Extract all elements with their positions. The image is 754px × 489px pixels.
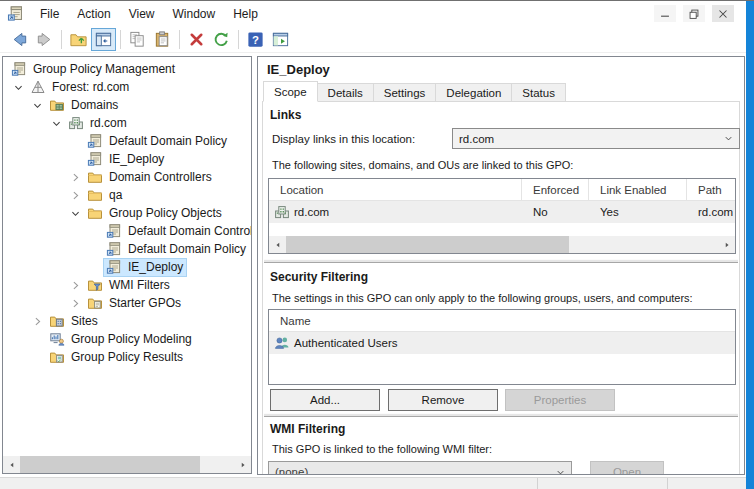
gpo-icon	[106, 223, 122, 239]
tree-horizontal-scrollbar[interactable]	[3, 456, 251, 473]
tree-item-default-domain-policy[interactable]: Default Domain Policy	[3, 240, 251, 258]
menu-file[interactable]: File	[31, 4, 68, 24]
tab-details[interactable]: Details	[318, 83, 374, 102]
wmi-filter-dropdown[interactable]: (none)	[268, 461, 572, 475]
chevron-right-icon[interactable]	[66, 295, 85, 311]
wmi-filtering-heading: WMI Filtering	[270, 422, 345, 436]
delete-button[interactable]	[184, 28, 209, 51]
tree-item-label: Default Domain Policy	[127, 241, 247, 257]
chevron-down-icon[interactable]	[47, 115, 66, 131]
paste-button[interactable]	[150, 28, 175, 51]
chevron-right-icon[interactable]	[66, 277, 85, 293]
show-console-tree-button[interactable]	[91, 28, 116, 51]
tree-item-qa[interactable]: qa	[3, 186, 251, 204]
tree-item-rd-com[interactable]: rd.com	[3, 114, 251, 132]
tree-item-wmi-filters[interactable]: WMI Filters	[3, 276, 251, 294]
tree-item-group-policy-modeling[interactable]: Group Policy Modeling	[3, 330, 251, 348]
column-header-path[interactable]: Path	[687, 179, 735, 200]
links-horizontal-scrollbar[interactable]	[269, 236, 735, 253]
tree-item-ie-deploy[interactable]: IE_Deploy	[3, 258, 251, 276]
security-filtering-table: Name Authenticated Users	[268, 309, 736, 385]
tree-item-domain-controllers[interactable]: Domain Controllers	[3, 168, 251, 186]
scrollbar-thumb[interactable]	[286, 236, 569, 253]
restore-button[interactable]	[683, 5, 705, 22]
tree-item-group-policy-objects[interactable]: Group Policy Objects	[3, 204, 251, 222]
gpmc-scroll-icon	[7, 5, 24, 22]
tab-status[interactable]: Status	[512, 83, 566, 102]
domain-icon	[274, 204, 290, 220]
toolbar-separator	[120, 30, 121, 49]
chevron-right-icon[interactable]	[66, 187, 85, 203]
tree-item-starter-gpos[interactable]: Starter GPOs	[3, 294, 251, 312]
window-controls	[654, 5, 734, 22]
status-bar-divider	[667, 478, 668, 489]
new-window-button[interactable]	[268, 28, 293, 51]
minimize-icon	[658, 7, 672, 21]
properties-button[interactable]: Properties	[505, 389, 615, 411]
minimize-button[interactable]	[654, 5, 676, 22]
chevron-right-icon[interactable]	[66, 169, 85, 185]
security-filtering-heading: Security Filtering	[270, 270, 368, 284]
add-button[interactable]: Add...	[270, 389, 380, 411]
chevron-down-icon[interactable]	[66, 205, 85, 221]
forward-button[interactable]	[32, 28, 57, 51]
tab-settings[interactable]: Settings	[374, 83, 437, 102]
restore-icon	[687, 7, 701, 21]
results-icon	[49, 349, 65, 365]
menu-action[interactable]: Action	[68, 4, 119, 24]
chevron-down-icon[interactable]	[9, 79, 28, 95]
console-tree: Group Policy Management Forest: rd.com D…	[3, 57, 251, 366]
column-header-location[interactable]: Location	[269, 179, 522, 200]
open-button[interactable]: Open	[590, 461, 664, 475]
chevron-right-icon[interactable]	[28, 313, 47, 329]
location-dropdown[interactable]: rd.com	[452, 128, 740, 149]
gpo-title: IE_Deploy	[267, 62, 330, 77]
folder-icon	[87, 205, 103, 221]
cell-link-enabled: Yes	[589, 201, 687, 223]
menu-window[interactable]: Window	[164, 4, 225, 24]
tree-item-sites[interactable]: Sites	[3, 312, 251, 330]
sites-folder-icon	[49, 313, 65, 329]
column-header-enforced[interactable]: Enforced	[522, 179, 589, 200]
tree-item-default-domain-controllers-policy[interactable]: Default Domain Controll	[3, 222, 251, 240]
security-table-row[interactable]: Authenticated Users	[269, 332, 735, 354]
window-top-border	[0, 0, 754, 1]
scroll-right-arrow-icon[interactable]	[234, 456, 251, 473]
column-header-link-enabled[interactable]: Link Enabled	[589, 179, 687, 200]
tree-item-label: Group Policy Management	[32, 61, 176, 77]
scroll-left-arrow-icon[interactable]	[269, 236, 286, 253]
back-button[interactable]	[7, 28, 32, 51]
links-table-row[interactable]: rd.com No Yes rd.com	[269, 201, 735, 223]
up-one-level-button[interactable]	[66, 28, 91, 51]
refresh-button[interactable]	[209, 28, 234, 51]
scroll-left-arrow-icon[interactable]	[3, 456, 20, 473]
twisty-spacer	[66, 133, 85, 149]
scroll-right-arrow-icon[interactable]	[718, 236, 735, 253]
menu-view[interactable]: View	[120, 4, 164, 24]
close-button[interactable]	[712, 5, 734, 22]
users-icon	[274, 335, 290, 351]
help-button[interactable]	[243, 28, 268, 51]
tree-item-default-domain-policy-link[interactable]: Default Domain Policy	[3, 132, 251, 150]
domain-icon	[68, 115, 84, 131]
starter-folder-icon	[87, 295, 103, 311]
modeling-icon	[49, 331, 65, 347]
tab-delegation[interactable]: Delegation	[436, 83, 512, 102]
column-header-name[interactable]: Name	[269, 310, 735, 331]
copy-button[interactable]	[125, 28, 150, 51]
tree-item-ie-deploy-link[interactable]: IE_Deploy	[3, 150, 251, 168]
menu-help[interactable]: Help	[224, 4, 267, 24]
delete-icon	[187, 30, 206, 49]
chevron-down-icon[interactable]	[28, 97, 47, 113]
tab-scope[interactable]: Scope	[263, 81, 318, 102]
remove-button[interactable]: Remove	[388, 389, 498, 411]
tree-item-group-policy-results[interactable]: Group Policy Results	[3, 348, 251, 366]
refresh-icon	[212, 30, 231, 49]
scrollbar-thumb[interactable]	[20, 456, 200, 473]
tree-item-group-policy-management[interactable]: Group Policy Management	[3, 60, 251, 78]
back-icon	[10, 30, 29, 49]
gpmc-scroll-icon	[11, 61, 27, 77]
tree-item-label: Group Policy Modeling	[70, 331, 193, 347]
tree-item-domains[interactable]: Domains	[3, 96, 251, 114]
tree-item-forest-rd-com[interactable]: Forest: rd.com	[3, 78, 251, 96]
